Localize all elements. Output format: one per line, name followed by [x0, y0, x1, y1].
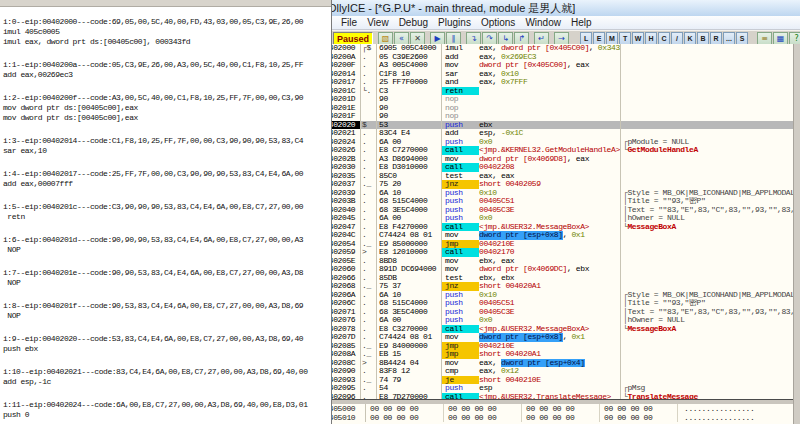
disasm-row[interactable]: 00402039.6A 10push0x10┌Style = MB_OK|MB_… — [318, 189, 793, 198]
disasm-row[interactable]: 0040206C.68 515C4000push00405C51│Title =… — [318, 299, 793, 308]
disasm-row[interactable]: 0040201D90nop — [318, 95, 793, 104]
disasm-row[interactable]: 0040204C.C74424 08 01movdword ptr [esp+0… — [318, 231, 793, 240]
disasm-comment — [621, 333, 793, 342]
disassembly-scrollbar[interactable] — [793, 44, 800, 424]
disasm-row[interactable]: 00402017.25 FF7F0000andeax, 0x7FFF — [318, 78, 793, 87]
disasm-row[interactable]: 0040201C└.C3retn — [318, 87, 793, 96]
disasm-row[interactable]: 00402076.6A 00push0x0│hOwner = NULL — [318, 316, 793, 325]
disasm-row[interactable]: 00402020$53pushebx — [318, 121, 793, 130]
disasm-row[interactable]: 00402047.E8 F4270000call<jmp.&USER32.Mes… — [318, 223, 793, 232]
disasm-row[interactable]: 0040200F.A3 005C4000movdword ptr [0x405C… — [318, 61, 793, 70]
menu-view[interactable]: View — [362, 17, 394, 28]
disasm-row[interactable]: 00402095.54pushesp┌pMsg — [318, 384, 793, 393]
trace-log-line: NOP — [3, 311, 329, 321]
disasm-comment: └MessageBoxA — [621, 325, 793, 334]
menu-options[interactable]: Options — [476, 17, 520, 28]
memory-dump-pane[interactable]: 0040500000 00 00 0000 00 00 0000 00 00 0… — [318, 404, 793, 424]
disasm-row[interactable]: 00402060.891D DC694000movdword ptr [0x40… — [318, 265, 793, 274]
disasm-mnemonic: jmp — [442, 350, 479, 359]
disasm-operand: , ebx — [567, 265, 589, 274]
disasm-row[interactable]: 00402068._75 37jnzshort 004020A1 — [318, 282, 793, 291]
disasm-operand: , — [563, 333, 572, 342]
disasm-instruction: cmpeax, 0x12 — [442, 367, 621, 376]
trace-log-line: i:0--eip:00402000---code:69,05,00,5C,40,… — [3, 17, 329, 27]
disasm-row[interactable]: 0040200A.05 C39E2600addeax, 0x269EC3 — [318, 53, 793, 62]
disasm-row[interactable]: 00402030.E8 D3010000call00402208 — [318, 163, 793, 172]
disasm-operand: dword ptr [0x405C00] — [479, 61, 567, 70]
disasm-hexdump: 54 — [377, 384, 442, 393]
disasm-operand: 00405C51 — [479, 299, 514, 308]
disasm-row[interactable]: 00402035.85C0testeax, eax — [318, 172, 793, 181]
disasm-instruction: testebx, ebx — [442, 274, 621, 283]
disasm-row[interactable]: 00402021.83C4 E4addesp, -0x1C — [318, 129, 793, 138]
disasm-row[interactable]: 0040201E90nop — [318, 104, 793, 113]
trace-log-line: mov dword ptr ds:[00405c00],eax — [3, 113, 329, 123]
disasm-row[interactable]: 00402090.83F8 12cmpeax, 0x12 — [318, 367, 793, 376]
disasm-operand: dword ptr [0x405C00] — [501, 44, 589, 53]
disasm-hexdump: E9 84000000 — [377, 342, 442, 351]
disasm-row[interactable]: 00402054._E9 85000000jmp0040210E — [318, 240, 793, 249]
menu-help[interactable]: Help — [566, 17, 597, 28]
disasm-row[interactable]: 00402000┌$6905 005C4000imuleax, dword pt… — [318, 44, 793, 53]
disasm-instruction: pushesp — [442, 384, 621, 393]
menu-bar: FileViewDebugPluginsOptionsWindowHelp — [318, 16, 800, 30]
disasm-row[interactable]: 00402014.C1F8 10sareax, 0x10 — [318, 70, 793, 79]
disasm-comment: ┌Style = MB_OK|MB_ICONHAND|MB_APPLMODAL — [621, 291, 793, 300]
dump-row[interactable]: 0040501000 00 00 0000 00 00 0000 00 00 0… — [318, 413, 793, 422]
disasm-comment — [621, 95, 793, 104]
title-bar[interactable]: OllyICE - [*G.P.U* - main thread, module… — [318, 0, 800, 16]
disasm-row[interactable]: 00402045.6A 00push0x0│hOwner = NULL — [318, 214, 793, 223]
disasm-instruction: push0x0 — [442, 316, 621, 325]
disasm-flow-marker — [361, 112, 377, 121]
disasm-row[interactable]: 0040208C>8B4424 04moveax, dword ptr [esp… — [318, 359, 793, 368]
disasm-instruction: jnzshort 004020A1 — [442, 282, 621, 291]
disassembly-pane[interactable]: 00402000┌$6905 005C4000imuleax, dword pt… — [318, 44, 793, 399]
disasm-row[interactable]: 00402024.6A 00push0x0┌pModule = NULL — [318, 138, 793, 147]
disasm-mnemonic: push — [442, 291, 479, 300]
disasm-row[interactable]: 00402037._75 20jnzshort 00402059 — [318, 180, 793, 189]
disasm-row[interactable]: 0040203B.68 515C4000push00405C51│Title =… — [318, 197, 793, 206]
disasm-flow-marker: . — [361, 257, 377, 266]
disasm-row[interactable]: 00402059>E8 12010000call00402170 — [318, 248, 793, 257]
disasm-operand: short 004020A1 — [479, 350, 541, 359]
trace-log-line: push 0 — [3, 410, 329, 420]
menu-file[interactable]: File — [336, 17, 362, 28]
menu-window[interactable]: Window — [520, 17, 566, 28]
disasm-flow-marker: └. — [361, 87, 377, 96]
disasm-comment — [621, 248, 793, 257]
disasm-operand: <jmp.&USER32.MessageBoxA> — [479, 325, 589, 334]
trace-log-block: i:0--eip:00402000---code:69,05,00,5C,40,… — [3, 17, 329, 47]
disasm-row[interactable]: 0040205E.8BD8movebx, eax — [318, 257, 793, 266]
disasm-mnemonic: mov — [442, 333, 479, 342]
disasm-row[interactable]: 00402078.E8 C3270000call<jmp.&USER32.Mes… — [318, 325, 793, 334]
disasm-flow-marker: . — [361, 172, 377, 181]
disasm-instruction: push00405C51 — [442, 299, 621, 308]
disasm-row[interactable]: 00402040.68 3E5C4000push00405C3E│Text = … — [318, 206, 793, 215]
disasm-flow-marker: . — [361, 189, 377, 198]
disasm-hexdump: 75 20 — [377, 180, 442, 189]
dump-bytes-group: 00 00 00 00 — [522, 413, 600, 422]
disasm-row[interactable]: 0040208A._EB 15jmpshort 004020A1 — [318, 350, 793, 359]
trace-log-line: add esp,-1c — [3, 377, 329, 387]
disasm-row[interactable]: 0040202B.A3 D8694000movdword ptr [0x4069… — [318, 155, 793, 164]
disasm-row[interactable]: 00402026.E8 C7270000call<jmp.&KERNEL32.G… — [318, 146, 793, 155]
disasm-row[interactable]: 00402085._E9 84000000jmp0040210E — [318, 342, 793, 351]
disasm-row[interactable]: 00402066.85DBtestebx, ebx — [318, 274, 793, 283]
disasm-operand: <jmp.&KERNEL32.GetModuleHandleA> — [479, 146, 620, 155]
disasm-instruction: sareax, 0x10 — [442, 70, 621, 79]
disasm-row[interactable]: 00402093._74 79jeshort 0040210E — [318, 376, 793, 385]
disasm-hexdump: 25 FF7F0000 — [377, 78, 442, 87]
dump-row[interactable]: 0040500000 00 00 0000 00 00 0000 00 00 0… — [318, 404, 793, 413]
menu-debug[interactable]: Debug — [394, 17, 433, 28]
trace-log-block: i:11--eip:00402024---code:6A,00,E8,C7,27… — [3, 400, 329, 420]
menu-plugins[interactable]: Plugins — [433, 17, 476, 28]
disasm-row[interactable]: 0040206A.6A 10push0x10┌Style = MB_OK|MB_… — [318, 291, 793, 300]
disasm-flow-marker: ._ — [361, 240, 377, 249]
disasm-row[interactable]: 00402071.68 3E5C4000push00405C3E│Text = … — [318, 308, 793, 317]
disasm-flow-marker: . — [361, 206, 377, 215]
disasm-hexdump: 83C4 E4 — [377, 129, 442, 138]
disasm-instruction: movebx, eax — [442, 257, 621, 266]
disasm-row[interactable]: 0040207D.C74424 08 01movdword ptr [esp+0… — [318, 333, 793, 342]
disasm-hexdump: E8 D3010000 — [377, 163, 442, 172]
disasm-row[interactable]: 0040201F90nop — [318, 112, 793, 121]
